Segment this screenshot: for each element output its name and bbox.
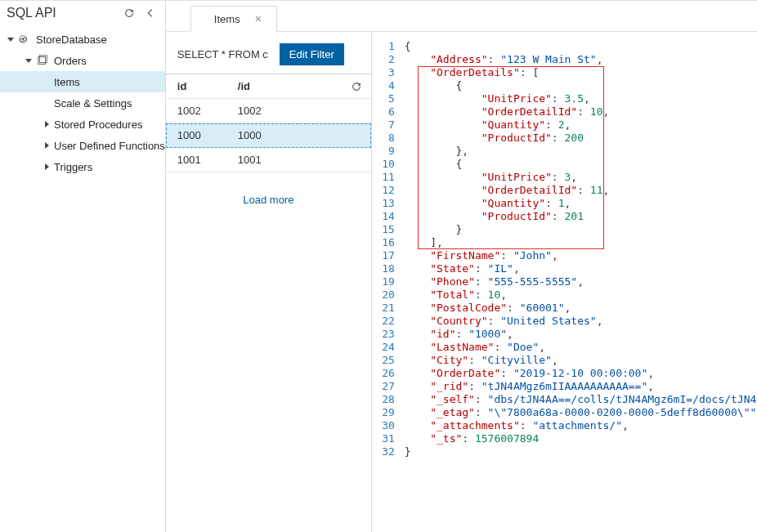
grid-row[interactable]: 10021002 [166,99,371,123]
caret-right-icon [43,142,51,149]
svg-marker-4 [25,59,32,63]
json-editor[interactable]: 1234567891011121314151617181920212223242… [372,32,757,532]
code-line: "_self": "dbs/tJN4AA==/colls/tJN4AMgz6mI… [405,393,757,406]
grid-header: id /id [166,74,371,99]
collapse-icon[interactable] [144,7,157,20]
tree-node-database[interactable]: StoreDatabase [0,29,165,50]
code-line: "Quantity": 2, [405,118,757,132]
tree-node-label: Orders [54,55,87,67]
tree-node-user-defined-functions[interactable]: User Defined Functions [0,135,165,156]
code-line: { [405,158,757,171]
code-line: "City": "Cityville", [405,354,757,367]
tab-label: Items [214,13,240,25]
svg-marker-9 [45,163,49,170]
cell-id: 1000 [166,129,236,141]
refresh-icon[interactable] [123,7,136,20]
code-line: "OrderDetails": [ [405,66,757,79]
code-line: } [405,445,757,458]
code-line: "PostalCode": "60001", [405,302,757,315]
code-line: "UnitPrice": 3, [405,171,757,184]
svg-marker-8 [45,142,49,149]
svg-marker-7 [45,121,49,127]
tree-node-label: Stored Procedures [54,118,142,131]
main: Items × SELECT * FROM c Edit Filter id /… [166,1,757,532]
sidebar: SQL API StoreDatabase [0,1,166,532]
close-icon[interactable]: × [255,13,262,25]
query-row: SELECT * FROM c Edit Filter [166,43,371,74]
code-line: "OrderDetailId": 10, [405,105,757,118]
sidebar-header: SQL API [0,1,165,24]
tree-node-stored-procedures[interactable]: Stored Procedures [0,114,165,135]
cell-partition: 1001 [236,154,371,166]
tree-node-label: Triggers [54,161,92,173]
edit-filter-button[interactable]: Edit Filter [280,43,344,65]
grid-row[interactable]: 10011001 [166,148,371,172]
tree-node-items[interactable]: Items [0,71,165,92]
items-grid: id /id 100210021000100010011001 [166,74,371,172]
content: SELECT * FROM c Edit Filter id /id 10021… [166,32,757,532]
code-line: "id": "1000", [405,328,757,341]
tree-node-label: Scale & Settings [54,97,132,110]
code-line: "_etag": "\"7800a68a-0000-0200-0000-5def… [405,406,757,419]
code-line: } [405,223,757,236]
code-line: "_attachments": "attachments/", [405,419,757,432]
code-line: "OrderDetailId": 11, [405,184,757,197]
svg-marker-0 [7,38,14,42]
grid-col-id[interactable]: id [166,80,236,92]
code-line: { [405,79,757,92]
svg-point-3 [22,38,24,40]
code-line: "Quantity": 1, [405,197,757,210]
tree-node-label: User Defined Functions [54,140,165,152]
load-more: Load more [166,172,371,227]
grid-row[interactable]: 10001000 [166,123,371,148]
tab-items[interactable]: Items × [190,6,277,32]
tabbar: Items × [166,1,757,32]
load-more-link[interactable]: Load more [243,194,293,206]
cell-id: 1002 [166,105,236,117]
tree-node-label: Items [54,76,80,88]
code-line: "State": "IL", [405,262,757,275]
code-line: "OrderDate": "2019-12-10 00:00:00", [405,367,757,380]
code-line: "_rid": "tJN4AMgz6mIIAAAAAAAAAA==", [405,380,757,393]
resource-tree: StoreDatabase Orders ItemsScale & Settin… [0,24,165,177]
code-line: "UnitPrice": 3.5, [405,92,757,105]
app-root: SQL API StoreDatabase [0,0,757,532]
cell-partition: 1002 [236,105,371,117]
tree-node-triggers[interactable]: Triggers [0,156,165,177]
items-panel: SELECT * FROM c Edit Filter id /id 10021… [166,32,372,532]
code-line: "Total": 10, [405,288,757,302]
query-text: SELECT * FROM c [177,48,268,60]
database-icon [18,33,31,46]
caret-right-icon [43,163,51,170]
cell-id: 1001 [166,154,236,166]
tree-node-scale-settings[interactable]: Scale & Settings [0,92,165,114]
code-line: ], [405,236,757,249]
code-line: "Phone": "555-555-5555", [405,275,757,288]
editor-gutter: 1234567891011121314151617181920212223242… [372,40,405,532]
caret-down-icon [25,57,33,64]
container-icon [36,54,49,67]
code-line: "Country": "United States", [405,315,757,328]
sidebar-header-icons [123,7,157,20]
editor-code[interactable]: { "Address": "123 W Main St", "OrderDeta… [405,40,757,532]
caret-down-icon [7,36,15,42]
code-line: { [405,40,757,53]
code-line: "ProductId": 200 [405,132,757,145]
cell-partition: 1000 [236,129,371,141]
code-line: "ProductId": 201 [405,210,757,223]
code-line: "_ts": 1576007894 [405,432,757,445]
code-line: "Address": "123 W Main St", [405,53,757,66]
tree-node-label: StoreDatabase [36,34,107,46]
refresh-icon[interactable] [350,80,363,93]
caret-right-icon [43,121,51,127]
sidebar-title: SQL API [7,6,56,20]
code-line: "LastName": "Doe", [405,341,757,354]
code-line: "FirstName": "John", [405,249,757,262]
code-line: }, [405,145,757,158]
tree-node-container[interactable]: Orders [0,50,165,71]
